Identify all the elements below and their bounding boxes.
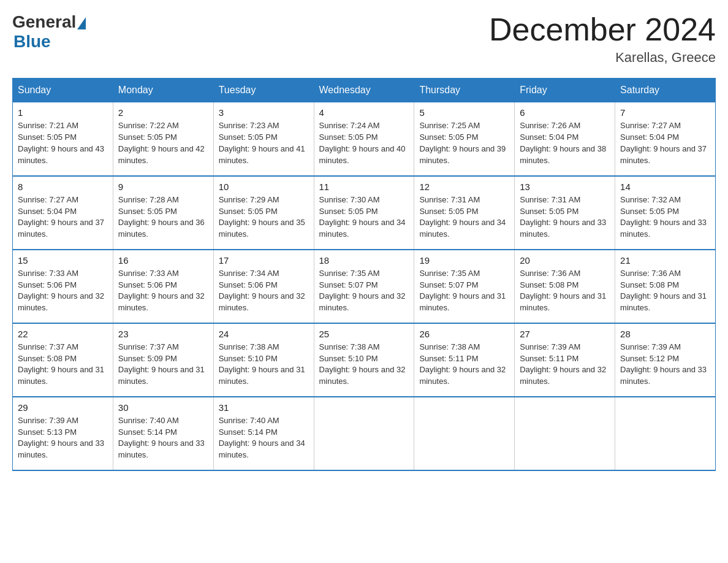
sunrise-label: Sunrise: 7:37 AM (18, 342, 78, 351)
day-info: Sunrise: 7:27 AM Sunset: 5:04 PM Dayligh… (18, 194, 108, 240)
day-info: Sunrise: 7:37 AM Sunset: 5:09 PM Dayligh… (118, 342, 208, 388)
sunrise-label: Sunrise: 7:38 AM (319, 342, 380, 351)
calendar-cell: 28 Sunrise: 7:39 AM Sunset: 5:12 PM Dayl… (615, 323, 716, 397)
day-number: 2 (118, 107, 208, 118)
day-number: 24 (219, 329, 309, 339)
daylight-label: Daylight: 9 hours and 33 minutes. (18, 439, 104, 459)
sunset-label: Sunset: 5:05 PM (520, 207, 578, 216)
sunset-label: Sunset: 5:08 PM (18, 354, 77, 363)
day-info: Sunrise: 7:39 AM Sunset: 5:13 PM Dayligh… (18, 415, 108, 461)
sunrise-label: Sunrise: 7:22 AM (118, 121, 179, 130)
sunset-label: Sunset: 5:12 PM (620, 354, 679, 363)
day-number: 31 (219, 402, 309, 413)
calendar-week-3: 15 Sunrise: 7:33 AM Sunset: 5:06 PM Dayl… (13, 250, 716, 323)
sunset-label: Sunset: 5:09 PM (118, 354, 177, 363)
sunrise-label: Sunrise: 7:27 AM (620, 121, 681, 130)
calendar-cell: 17 Sunrise: 7:34 AM Sunset: 5:06 PM Dayl… (213, 250, 314, 323)
calendar-cell: 12 Sunrise: 7:31 AM Sunset: 5:05 PM Dayl… (414, 176, 515, 250)
title-block: December 2024 Karellas, Greece (489, 12, 716, 66)
calendar-cell: 31 Sunrise: 7:40 AM Sunset: 5:14 PM Dayl… (213, 397, 314, 470)
header-thursday: Thursday (414, 79, 515, 102)
sunrise-label: Sunrise: 7:38 AM (219, 342, 279, 351)
location-label: Karellas, Greece (489, 50, 716, 66)
day-number: 15 (18, 255, 108, 266)
daylight-label: Daylight: 9 hours and 32 minutes. (319, 365, 406, 386)
daylight-label: Daylight: 9 hours and 37 minutes. (620, 144, 707, 165)
day-info: Sunrise: 7:40 AM Sunset: 5:14 PM Dayligh… (219, 415, 309, 461)
sunrise-label: Sunrise: 7:21 AM (18, 121, 78, 130)
sunrise-label: Sunrise: 7:24 AM (319, 121, 380, 130)
calendar-cell: 6 Sunrise: 7:26 AM Sunset: 5:04 PM Dayli… (515, 102, 615, 176)
day-number: 3 (219, 107, 309, 118)
calendar-week-1: 1 Sunrise: 7:21 AM Sunset: 5:05 PM Dayli… (13, 102, 716, 176)
day-number: 16 (118, 255, 208, 266)
sunset-label: Sunset: 5:07 PM (419, 280, 478, 289)
daylight-label: Daylight: 9 hours and 31 minutes. (219, 365, 305, 386)
day-info: Sunrise: 7:21 AM Sunset: 5:05 PM Dayligh… (18, 120, 108, 166)
sunrise-label: Sunrise: 7:40 AM (118, 416, 179, 425)
day-number: 18 (319, 255, 409, 266)
day-info: Sunrise: 7:23 AM Sunset: 5:05 PM Dayligh… (219, 120, 309, 166)
sunset-label: Sunset: 5:05 PM (219, 207, 278, 216)
header-saturday: Saturday (615, 79, 716, 102)
calendar-cell: 19 Sunrise: 7:35 AM Sunset: 5:07 PM Dayl… (414, 250, 515, 323)
sunrise-label: Sunrise: 7:39 AM (520, 342, 580, 351)
header-sunday: Sunday (13, 79, 113, 102)
daylight-label: Daylight: 9 hours and 34 minutes. (319, 218, 406, 239)
sunrise-label: Sunrise: 7:27 AM (18, 195, 78, 204)
day-number: 19 (419, 255, 509, 266)
sunset-label: Sunset: 5:08 PM (620, 280, 679, 289)
daylight-label: Daylight: 9 hours and 32 minutes. (319, 291, 406, 312)
day-info: Sunrise: 7:31 AM Sunset: 5:05 PM Dayligh… (520, 194, 610, 240)
calendar-cell: 4 Sunrise: 7:24 AM Sunset: 5:05 PM Dayli… (314, 102, 414, 176)
calendar-cell (515, 397, 615, 470)
calendar-cell: 26 Sunrise: 7:38 AM Sunset: 5:11 PM Dayl… (414, 323, 515, 397)
day-info: Sunrise: 7:22 AM Sunset: 5:05 PM Dayligh… (118, 120, 208, 166)
daylight-label: Daylight: 9 hours and 35 minutes. (219, 218, 305, 239)
calendar-cell (615, 397, 716, 470)
logo-triangle-icon (77, 17, 86, 29)
daylight-label: Daylight: 9 hours and 31 minutes. (620, 291, 707, 312)
sunset-label: Sunset: 5:05 PM (118, 207, 177, 216)
day-number: 8 (18, 182, 108, 192)
calendar-cell: 10 Sunrise: 7:29 AM Sunset: 5:05 PM Dayl… (213, 176, 314, 250)
daylight-label: Daylight: 9 hours and 33 minutes. (520, 218, 606, 239)
sunset-label: Sunset: 5:05 PM (118, 132, 177, 142)
sunrise-label: Sunrise: 7:34 AM (219, 269, 279, 278)
logo-general-text: General (12, 12, 76, 32)
day-number: 29 (18, 402, 108, 413)
day-info: Sunrise: 7:27 AM Sunset: 5:04 PM Dayligh… (620, 120, 710, 166)
calendar-cell: 3 Sunrise: 7:23 AM Sunset: 5:05 PM Dayli… (213, 102, 314, 176)
sunset-label: Sunset: 5:14 PM (219, 427, 278, 437)
calendar-table: Sunday Monday Tuesday Wednesday Thursday… (12, 78, 716, 471)
day-number: 6 (520, 107, 610, 118)
header-wednesday: Wednesday (314, 79, 414, 102)
sunrise-label: Sunrise: 7:23 AM (219, 121, 279, 130)
sunrise-label: Sunrise: 7:35 AM (419, 269, 480, 278)
daylight-label: Daylight: 9 hours and 32 minutes. (520, 365, 606, 386)
sunrise-label: Sunrise: 7:31 AM (520, 195, 580, 204)
sunset-label: Sunset: 5:06 PM (118, 280, 177, 289)
sunrise-label: Sunrise: 7:29 AM (219, 195, 279, 204)
day-info: Sunrise: 7:26 AM Sunset: 5:04 PM Dayligh… (520, 120, 610, 166)
daylight-label: Daylight: 9 hours and 31 minutes. (419, 291, 506, 312)
daylight-label: Daylight: 9 hours and 38 minutes. (520, 144, 606, 165)
calendar-cell: 27 Sunrise: 7:39 AM Sunset: 5:11 PM Dayl… (515, 323, 615, 397)
calendar-cell: 7 Sunrise: 7:27 AM Sunset: 5:04 PM Dayli… (615, 102, 716, 176)
calendar-cell: 8 Sunrise: 7:27 AM Sunset: 5:04 PM Dayli… (13, 176, 113, 250)
calendar-body: 1 Sunrise: 7:21 AM Sunset: 5:05 PM Dayli… (13, 102, 716, 470)
day-number: 1 (18, 107, 108, 118)
daylight-label: Daylight: 9 hours and 42 minutes. (118, 144, 205, 165)
sunrise-label: Sunrise: 7:38 AM (419, 342, 480, 351)
sunset-label: Sunset: 5:08 PM (520, 280, 578, 289)
daylight-label: Daylight: 9 hours and 39 minutes. (419, 144, 506, 165)
day-number: 26 (419, 329, 509, 339)
day-info: Sunrise: 7:24 AM Sunset: 5:05 PM Dayligh… (319, 120, 409, 166)
day-info: Sunrise: 7:39 AM Sunset: 5:12 PM Dayligh… (620, 342, 710, 388)
daylight-label: Daylight: 9 hours and 33 minutes. (620, 365, 707, 386)
month-title: December 2024 (489, 12, 716, 47)
day-info: Sunrise: 7:30 AM Sunset: 5:05 PM Dayligh… (319, 194, 409, 240)
day-number: 30 (118, 402, 208, 413)
day-info: Sunrise: 7:28 AM Sunset: 5:05 PM Dayligh… (118, 194, 208, 240)
daylight-label: Daylight: 9 hours and 31 minutes. (118, 365, 205, 386)
